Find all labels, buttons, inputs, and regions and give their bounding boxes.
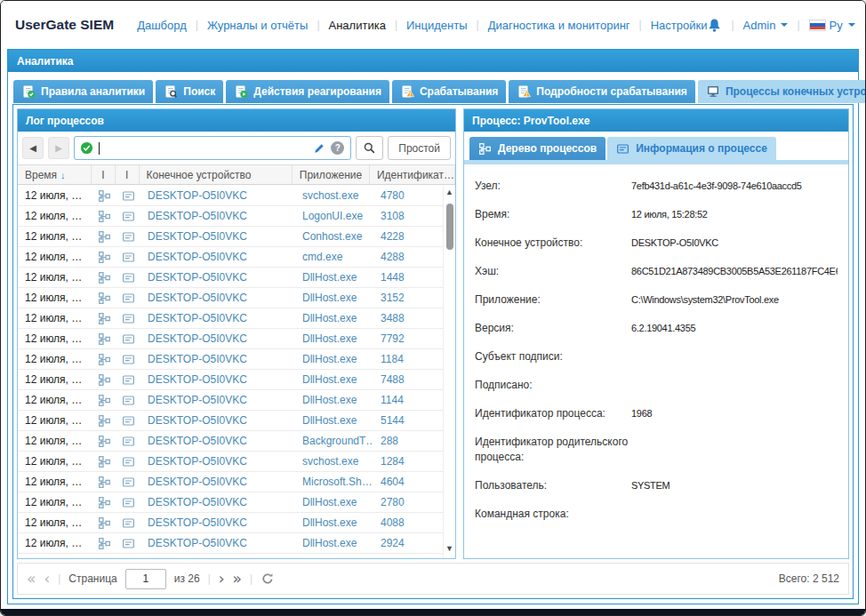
details-card-icon[interactable]	[122, 496, 135, 509]
cell-app[interactable]: DllHost.exe	[295, 394, 373, 406]
table-row[interactable]: 12 июля, …DESKTOP-O5I0VKCDllHost.exe5144	[18, 411, 455, 431]
cell-app[interactable]: DllHost.exe	[295, 557, 373, 558]
process-tree-icon[interactable]	[98, 189, 111, 203]
table-row[interactable]: 12 июля, …DESKTOP-O5I0VKCConhost.exe4228	[18, 227, 455, 247]
process-tree-icon[interactable]	[98, 557, 111, 559]
process-tree-icon[interactable]	[98, 312, 111, 325]
cell-app[interactable]: Microsoft.Sh…	[295, 476, 373, 488]
tab[interactable]: Правила аналитики	[13, 80, 153, 103]
details-card-icon[interactable]	[122, 414, 135, 428]
tab[interactable]: Поиск	[156, 80, 223, 103]
table-row[interactable]: 12 июля, …DESKTOP-O5I0VKCDllHost.exe3152	[18, 288, 455, 308]
column-header-pid[interactable]: Идентификат…	[370, 165, 455, 184]
table-row[interactable]: 12 июля, …DESKTOP-O5I0VKCDllHost.exe2780	[18, 492, 455, 513]
language-menu[interactable]: Ру	[809, 19, 855, 32]
cell-app[interactable]: cmd.exe	[295, 251, 373, 263]
cell-device[interactable]: DESKTOP-O5I0VKC	[140, 516, 295, 529]
table-row[interactable]: 12 июля, …DESKTOP-O5I0VKCLogonUI.exe3108	[18, 206, 455, 227]
table-row[interactable]: 12 июля, …DESKTOP-O5I0VKCDllHost.exe1448	[18, 268, 455, 288]
scrollbar-thumb[interactable]	[446, 204, 453, 250]
cell-device[interactable]: DESKTOP-O5I0VKC	[140, 292, 295, 304]
last-page-button[interactable]: »	[233, 572, 242, 587]
process-tree-icon[interactable]	[98, 414, 111, 428]
table-row[interactable]: 12 июля, …DESKTOP-O5I0VKCDllHost.exe2924	[18, 533, 455, 554]
cell-app[interactable]: DllHost.exe	[295, 312, 373, 324]
cell-device[interactable]: DESKTOP-O5I0VKC	[140, 557, 295, 558]
process-tree-icon[interactable]	[98, 394, 111, 407]
details-card-icon[interactable]	[122, 230, 135, 244]
process-tab[interactable]: Информация о процессе	[607, 137, 776, 160]
process-tree-icon[interactable]	[98, 476, 111, 489]
cell-device[interactable]: DESKTOP-O5I0VKC	[140, 251, 295, 263]
process-tree-icon[interactable]	[98, 271, 111, 284]
scroll-up-icon[interactable]: ▲	[444, 188, 455, 200]
vertical-scrollbar[interactable]: ▲ ▼	[443, 186, 455, 558]
details-card-icon[interactable]	[122, 373, 135, 387]
table-row[interactable]: 12 июля, …DESKTOP-O5I0VKCDllHost.exe1612	[18, 554, 455, 558]
cell-device[interactable]: DESKTOP-O5I0VKC	[140, 271, 295, 284]
cell-app[interactable]: DllHost.exe	[295, 353, 373, 365]
table-row[interactable]: 12 июля, …DESKTOP-O5I0VKCMicrosoft.Sh…46…	[18, 472, 455, 492]
search-button[interactable]	[356, 136, 383, 160]
details-card-icon[interactable]	[122, 189, 135, 203]
table-row[interactable]: 12 июля, …DESKTOP-O5I0VKCsvchost.exe4780	[18, 186, 455, 206]
history-back-button[interactable]: ◀	[22, 137, 44, 159]
nav-item[interactable]: Настройки	[651, 19, 708, 32]
prev-page-button[interactable]: ‹	[44, 572, 50, 587]
process-tree-icon[interactable]	[98, 332, 111, 346]
notifications-bell-icon[interactable]	[707, 18, 722, 33]
process-tree-icon[interactable]	[98, 373, 111, 387]
cell-device[interactable]: DESKTOP-O5I0VKC	[140, 189, 295, 202]
nav-item[interactable]: Диагностика и мониторинг	[488, 19, 630, 32]
column-header-info[interactable]: I	[116, 165, 140, 184]
cell-app[interactable]: DllHost.exe	[295, 373, 373, 386]
table-row[interactable]: 12 июля, …DESKTOP-O5I0VKCDllHost.exe3488	[18, 308, 455, 329]
cell-app[interactable]: DllHost.exe	[295, 537, 373, 549]
nav-item[interactable]: Инциденты	[406, 19, 468, 32]
nav-item[interactable]: Журналы и отчёты	[207, 19, 308, 32]
process-tree-icon[interactable]	[98, 496, 111, 509]
table-row[interactable]: 12 июля, …DESKTOP-O5I0VKCDllHost.exe1184	[18, 349, 455, 370]
cell-app[interactable]: svchost.exe	[295, 189, 373, 202]
cell-device[interactable]: DESKTOP-O5I0VKC	[140, 496, 295, 508]
table-row[interactable]: 12 июля, …DESKTOP-O5I0VKCDllHost.exe7488	[18, 370, 455, 390]
search-mode-button[interactable]: Простой	[388, 136, 451, 160]
edit-query-pencil-icon[interactable]	[313, 142, 325, 155]
search-input[interactable]	[75, 137, 313, 159]
process-tab[interactable]: Дерево процессов	[469, 137, 605, 160]
process-tree-icon[interactable]	[98, 251, 111, 264]
cell-device[interactable]: DESKTOP-O5I0VKC	[140, 476, 295, 488]
details-card-icon[interactable]	[122, 435, 135, 448]
history-forward-button[interactable]: ▶	[48, 137, 69, 159]
table-row[interactable]: 12 июля, …DESKTOP-O5I0VKCDllHost.exe1144	[18, 390, 455, 411]
details-card-icon[interactable]	[122, 353, 135, 366]
nav-item[interactable]: Дашборд	[137, 19, 187, 32]
process-tree-icon[interactable]	[98, 516, 111, 530]
first-page-button[interactable]: «	[27, 572, 36, 587]
details-card-icon[interactable]	[122, 292, 135, 305]
refresh-button[interactable]	[261, 572, 275, 586]
details-card-icon[interactable]	[122, 455, 135, 468]
process-tree-icon[interactable]	[98, 230, 111, 244]
cell-app[interactable]: svchost.exe	[295, 455, 373, 468]
cell-app[interactable]: DllHost.exe	[295, 292, 373, 304]
details-card-icon[interactable]	[122, 271, 135, 284]
details-card-icon[interactable]	[122, 251, 135, 264]
tab[interactable]: Действия реагирования	[226, 80, 389, 103]
cell-app[interactable]: DllHost.exe	[295, 414, 373, 427]
cell-app[interactable]: Conhost.exe	[295, 230, 373, 243]
cell-device[interactable]: DESKTOP-O5I0VKC	[140, 394, 295, 406]
next-page-button[interactable]: ›	[219, 572, 225, 587]
details-card-icon[interactable]	[122, 332, 135, 346]
cell-device[interactable]: DESKTOP-O5I0VKC	[140, 373, 295, 386]
process-tree-icon[interactable]	[98, 435, 111, 448]
user-menu[interactable]: Admin	[743, 19, 789, 32]
cell-device[interactable]: DESKTOP-O5I0VKC	[140, 230, 295, 243]
nav-item[interactable]: Аналитика	[329, 19, 386, 32]
details-card-icon[interactable]	[122, 312, 135, 325]
column-header-time[interactable]: Время↓	[18, 165, 92, 184]
details-card-icon[interactable]	[122, 516, 135, 530]
tab[interactable]: Процессы конечных устройств	[698, 80, 866, 103]
table-row[interactable]: 12 июля, …DESKTOP-O5I0VKCDllHost.exe7792	[18, 329, 455, 349]
details-card-icon[interactable]	[122, 210, 135, 223]
